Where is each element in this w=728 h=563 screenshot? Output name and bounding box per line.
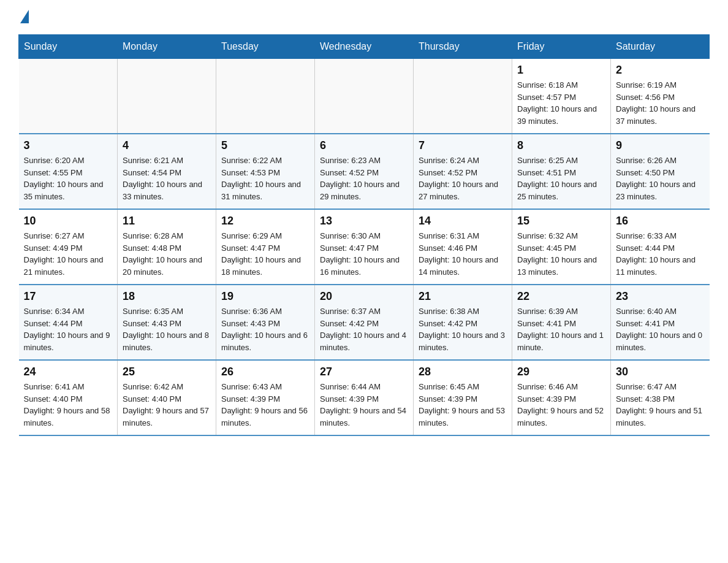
calendar-cell: 27Sunrise: 6:44 AMSunset: 4:39 PMDayligh… (315, 360, 414, 435)
calendar-cell: 19Sunrise: 6:36 AMSunset: 4:43 PMDayligh… (216, 285, 315, 360)
calendar-cell: 12Sunrise: 6:29 AMSunset: 4:47 PMDayligh… (216, 209, 315, 285)
calendar-cell (118, 59, 216, 134)
calendar-cell: 29Sunrise: 6:46 AMSunset: 4:39 PMDayligh… (512, 360, 611, 435)
day-number: 16 (616, 215, 705, 228)
day-number: 14 (419, 215, 507, 228)
calendar-cell: 6Sunrise: 6:23 AMSunset: 4:52 PMDaylight… (315, 134, 414, 209)
day-header-tuesday: Tuesday (216, 35, 315, 59)
day-number: 7 (419, 139, 507, 152)
day-number: 12 (221, 215, 309, 228)
day-info: Sunrise: 6:29 AMSunset: 4:47 PMDaylight:… (221, 230, 309, 278)
day-info: Sunrise: 6:40 AMSunset: 4:41 PMDaylight:… (616, 305, 705, 353)
day-info: Sunrise: 6:36 AMSunset: 4:43 PMDaylight:… (221, 305, 309, 353)
calendar-table: SundayMondayTuesdayWednesdayThursdayFrid… (18, 34, 710, 436)
day-number: 17 (24, 290, 113, 303)
day-header-row: SundayMondayTuesdayWednesdayThursdayFrid… (19, 35, 710, 59)
day-header-friday: Friday (512, 35, 611, 59)
calendar-cell: 3Sunrise: 6:20 AMSunset: 4:55 PMDaylight… (19, 134, 118, 209)
day-info: Sunrise: 6:18 AMSunset: 4:57 PMDaylight:… (517, 79, 605, 127)
day-info: Sunrise: 6:42 AMSunset: 4:40 PMDaylight:… (123, 381, 211, 429)
calendar-week-4: 17Sunrise: 6:34 AMSunset: 4:44 PMDayligh… (19, 285, 710, 360)
day-info: Sunrise: 6:26 AMSunset: 4:50 PMDaylight:… (616, 155, 705, 202)
day-info: Sunrise: 6:23 AMSunset: 4:52 PMDaylight:… (320, 155, 408, 202)
day-info: Sunrise: 6:24 AMSunset: 4:52 PMDaylight:… (419, 155, 507, 202)
day-header-wednesday: Wednesday (315, 35, 414, 59)
day-number: 18 (123, 290, 211, 303)
day-number: 29 (517, 366, 605, 378)
calendar-cell: 14Sunrise: 6:31 AMSunset: 4:46 PMDayligh… (414, 209, 512, 285)
calendar-week-3: 10Sunrise: 6:27 AMSunset: 4:49 PMDayligh… (19, 209, 710, 285)
page-header (18, 12, 710, 23)
day-info: Sunrise: 6:30 AMSunset: 4:47 PMDaylight:… (320, 230, 408, 278)
calendar-cell: 24Sunrise: 6:41 AMSunset: 4:40 PMDayligh… (19, 360, 118, 435)
day-info: Sunrise: 6:38 AMSunset: 4:42 PMDaylight:… (419, 305, 507, 353)
day-number: 13 (320, 215, 408, 228)
calendar-week-5: 24Sunrise: 6:41 AMSunset: 4:40 PMDayligh… (19, 360, 710, 435)
calendar-cell: 5Sunrise: 6:22 AMSunset: 4:53 PMDaylight… (216, 134, 315, 209)
day-header-thursday: Thursday (414, 35, 512, 59)
day-number: 4 (123, 139, 211, 152)
day-number: 2 (616, 64, 705, 77)
calendar-cell: 8Sunrise: 6:25 AMSunset: 4:51 PMDaylight… (512, 134, 611, 209)
day-info: Sunrise: 6:22 AMSunset: 4:53 PMDaylight:… (221, 155, 309, 202)
calendar-cell: 26Sunrise: 6:43 AMSunset: 4:39 PMDayligh… (216, 360, 315, 435)
day-number: 15 (517, 215, 605, 228)
day-info: Sunrise: 6:27 AMSunset: 4:49 PMDaylight:… (24, 230, 113, 278)
day-number: 19 (221, 290, 309, 303)
calendar-cell: 23Sunrise: 6:40 AMSunset: 4:41 PMDayligh… (611, 285, 710, 360)
day-info: Sunrise: 6:39 AMSunset: 4:41 PMDaylight:… (517, 305, 605, 353)
day-number: 6 (320, 139, 408, 152)
calendar-week-2: 3Sunrise: 6:20 AMSunset: 4:55 PMDaylight… (19, 134, 710, 209)
calendar-cell (315, 59, 414, 134)
day-info: Sunrise: 6:47 AMSunset: 4:38 PMDaylight:… (616, 381, 705, 429)
day-info: Sunrise: 6:28 AMSunset: 4:48 PMDaylight:… (123, 230, 211, 278)
day-number: 21 (419, 290, 507, 303)
calendar-cell: 18Sunrise: 6:35 AMSunset: 4:43 PMDayligh… (118, 285, 216, 360)
day-info: Sunrise: 6:41 AMSunset: 4:40 PMDaylight:… (24, 381, 113, 429)
calendar-cell: 30Sunrise: 6:47 AMSunset: 4:38 PMDayligh… (611, 360, 710, 435)
calendar-cell: 2Sunrise: 6:19 AMSunset: 4:56 PMDaylight… (611, 59, 710, 134)
day-number: 30 (616, 366, 705, 378)
calendar-cell: 17Sunrise: 6:34 AMSunset: 4:44 PMDayligh… (19, 285, 118, 360)
calendar-cell (19, 59, 118, 134)
calendar-cell: 21Sunrise: 6:38 AMSunset: 4:42 PMDayligh… (414, 285, 512, 360)
day-number: 11 (123, 215, 211, 228)
day-header-sunday: Sunday (19, 35, 118, 59)
day-number: 25 (123, 366, 211, 378)
day-info: Sunrise: 6:20 AMSunset: 4:55 PMDaylight:… (24, 155, 113, 202)
day-number: 3 (24, 139, 113, 152)
day-info: Sunrise: 6:37 AMSunset: 4:42 PMDaylight:… (320, 305, 408, 353)
logo (18, 12, 29, 23)
calendar-cell: 7Sunrise: 6:24 AMSunset: 4:52 PMDaylight… (414, 134, 512, 209)
day-info: Sunrise: 6:46 AMSunset: 4:39 PMDaylight:… (517, 381, 605, 429)
day-number: 20 (320, 290, 408, 303)
day-number: 26 (221, 366, 309, 378)
day-number: 28 (419, 366, 507, 378)
day-info: Sunrise: 6:33 AMSunset: 4:44 PMDaylight:… (616, 230, 705, 278)
calendar-body: 1Sunrise: 6:18 AMSunset: 4:57 PMDaylight… (19, 59, 710, 436)
calendar-cell: 15Sunrise: 6:32 AMSunset: 4:45 PMDayligh… (512, 209, 611, 285)
calendar-cell: 25Sunrise: 6:42 AMSunset: 4:40 PMDayligh… (118, 360, 216, 435)
calendar-cell: 16Sunrise: 6:33 AMSunset: 4:44 PMDayligh… (611, 209, 710, 285)
calendar-cell: 4Sunrise: 6:21 AMSunset: 4:54 PMDaylight… (118, 134, 216, 209)
day-info: Sunrise: 6:35 AMSunset: 4:43 PMDaylight:… (123, 305, 211, 353)
calendar-cell: 22Sunrise: 6:39 AMSunset: 4:41 PMDayligh… (512, 285, 611, 360)
calendar-header: SundayMondayTuesdayWednesdayThursdayFrid… (19, 35, 710, 59)
calendar-cell: 10Sunrise: 6:27 AMSunset: 4:49 PMDayligh… (19, 209, 118, 285)
day-info: Sunrise: 6:43 AMSunset: 4:39 PMDaylight:… (221, 381, 309, 429)
day-info: Sunrise: 6:44 AMSunset: 4:39 PMDaylight:… (320, 381, 408, 429)
day-info: Sunrise: 6:45 AMSunset: 4:39 PMDaylight:… (419, 381, 507, 429)
day-info: Sunrise: 6:19 AMSunset: 4:56 PMDaylight:… (616, 79, 705, 127)
day-number: 24 (24, 366, 113, 378)
day-number: 9 (616, 139, 705, 152)
calendar-cell: 1Sunrise: 6:18 AMSunset: 4:57 PMDaylight… (512, 59, 611, 134)
day-header-monday: Monday (118, 35, 216, 59)
calendar-cell: 9Sunrise: 6:26 AMSunset: 4:50 PMDaylight… (611, 134, 710, 209)
calendar-cell: 13Sunrise: 6:30 AMSunset: 4:47 PMDayligh… (315, 209, 414, 285)
day-number: 8 (517, 139, 605, 152)
day-number: 23 (616, 290, 705, 303)
day-number: 27 (320, 366, 408, 378)
day-number: 5 (221, 139, 309, 152)
day-info: Sunrise: 6:21 AMSunset: 4:54 PMDaylight:… (123, 155, 211, 202)
day-info: Sunrise: 6:25 AMSunset: 4:51 PMDaylight:… (517, 155, 605, 202)
